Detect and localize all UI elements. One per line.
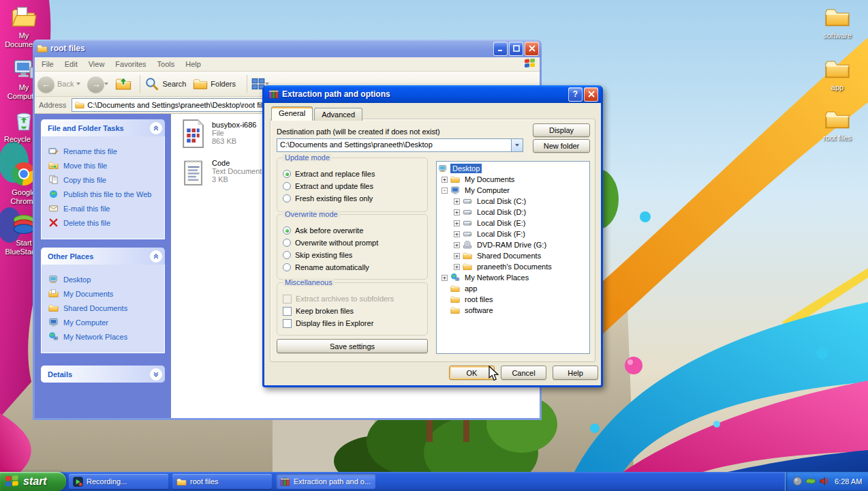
close-button[interactable] bbox=[584, 87, 598, 102]
tree-item-desktop[interactable]: Desktop bbox=[437, 163, 589, 174]
menu-file[interactable]: File bbox=[36, 58, 59, 70]
expand-icon[interactable]: + bbox=[454, 231, 460, 237]
cancel-button[interactable]: Cancel bbox=[501, 366, 546, 380]
tab-general[interactable]: General bbox=[271, 106, 313, 121]
expand-icon[interactable]: + bbox=[441, 275, 448, 281]
help-button[interactable]: Help bbox=[553, 366, 598, 380]
checkbox-display-in-explorer[interactable]: Display files in Explorer bbox=[283, 317, 423, 329]
expand-icon[interactable]: + bbox=[454, 220, 460, 226]
folder-icon bbox=[176, 477, 187, 487]
up-button[interactable] bbox=[115, 76, 131, 92]
menu-edit[interactable]: Edit bbox=[59, 58, 83, 70]
radio-icon bbox=[283, 251, 291, 259]
desktop-icon-root-files[interactable]: root files bbox=[815, 106, 860, 143]
start-button[interactable]: start bbox=[0, 472, 66, 491]
tree-item-local-disk-f[interactable]: + Local Disk (F:) bbox=[437, 228, 589, 239]
tree-item-dvd-ram-g[interactable]: + DVD-RAM Drive (G:) bbox=[437, 239, 589, 250]
expand-icon[interactable]: + bbox=[441, 177, 448, 183]
expand-icon[interactable]: + bbox=[454, 198, 460, 205]
chevron-down-icon[interactable] bbox=[150, 368, 162, 381]
place-my-network-places[interactable]: My Network Places bbox=[48, 331, 161, 342]
radio-skip-existing[interactable]: Skip existing files bbox=[283, 249, 423, 261]
tree-item-my-network-places[interactable]: + My Network Places bbox=[437, 272, 589, 283]
close-button[interactable] bbox=[525, 42, 539, 56]
tray-network-icon[interactable] bbox=[805, 477, 816, 487]
tree-item-local-disk-e[interactable]: + Local Disk (E:) bbox=[437, 218, 589, 228]
ok-button[interactable]: OK bbox=[449, 366, 495, 380]
expand-icon[interactable]: + bbox=[454, 264, 460, 270]
publish-web-icon bbox=[48, 189, 59, 199]
expand-icon[interactable]: + bbox=[454, 253, 460, 259]
destination-path-combo[interactable]: C:\Documents and Settings\praneeth\Deskt… bbox=[277, 138, 523, 152]
desktop-icon-app[interactable]: app bbox=[815, 56, 860, 92]
combo-dropdown-button[interactable] bbox=[511, 139, 523, 151]
expand-icon[interactable]: + bbox=[454, 209, 460, 215]
collapse-icon[interactable]: - bbox=[441, 188, 448, 194]
tree-item-shared-documents[interactable]: + Shared Documents bbox=[437, 250, 589, 261]
radio-ask-before-overwrite[interactable]: Ask before overwrite bbox=[283, 224, 423, 237]
save-settings-button[interactable]: Save settings bbox=[277, 339, 428, 353]
new-folder-button[interactable]: New folder bbox=[533, 139, 590, 153]
minimize-button[interactable] bbox=[493, 42, 508, 56]
chevron-up-icon[interactable] bbox=[150, 122, 162, 134]
expand-icon[interactable]: + bbox=[454, 242, 460, 248]
tree-item-my-computer[interactable]: - My Computer bbox=[437, 185, 589, 196]
menu-tools[interactable]: Tools bbox=[152, 58, 181, 70]
taskbar-item-extraction-dialog[interactable]: Extraction path and o... bbox=[276, 474, 375, 489]
place-my-documents[interactable]: My Documents bbox=[48, 288, 161, 299]
radio-overwrite-without-prompt[interactable]: Overwrite without prompt bbox=[283, 237, 423, 249]
miscellaneous-group: Miscellaneous Extract archives to subfol… bbox=[277, 282, 428, 336]
taskbar-item-root-files[interactable]: root files bbox=[172, 474, 272, 489]
dialog-titlebar[interactable]: Extraction path and options ? bbox=[264, 85, 601, 103]
display-button[interactable]: Display bbox=[533, 123, 590, 137]
task-copy-file[interactable]: Copy this file bbox=[48, 175, 161, 185]
tree-item-app[interactable]: app bbox=[437, 283, 589, 294]
radio-extract-replace[interactable]: Extract and replace files bbox=[283, 168, 423, 180]
explorer-menubar: File Edit View Favorites Tools Help bbox=[35, 57, 540, 72]
task-rename-file[interactable]: Rename this file bbox=[48, 146, 161, 156]
taskbar: start Recording... root files Extraction… bbox=[0, 472, 868, 491]
chevron-up-icon[interactable] bbox=[150, 250, 162, 263]
folders-button[interactable]: Folders bbox=[193, 76, 238, 91]
menu-favorites[interactable]: Favorites bbox=[110, 58, 151, 70]
place-desktop[interactable]: Desktop bbox=[48, 274, 161, 284]
tree-item-root-files[interactable]: root files bbox=[437, 294, 589, 305]
tree-item-software[interactable]: software bbox=[437, 305, 589, 316]
task-move-file[interactable]: Move this file bbox=[48, 160, 161, 170]
back-button[interactable]: ← Back bbox=[37, 76, 83, 93]
delete-icon bbox=[48, 218, 59, 228]
back-dropdown-caret bbox=[76, 83, 80, 85]
taskbar-item-recording[interactable]: Recording... bbox=[69, 474, 168, 489]
tray-update-icon[interactable] bbox=[792, 476, 803, 488]
radio-extract-update[interactable]: Extract and update files bbox=[283, 180, 423, 192]
help-titlebar-button[interactable]: ? bbox=[568, 87, 583, 102]
radio-fresh-existing[interactable]: Fresh existing files only bbox=[283, 192, 423, 205]
tree-item-local-disk-d[interactable]: + Local Disk (D:) bbox=[437, 207, 589, 218]
tree-item-local-disk-c[interactable]: + Local Disk (C:) bbox=[437, 196, 589, 207]
other-places-header[interactable]: Other Places bbox=[41, 248, 165, 265]
tray-volume-icon[interactable] bbox=[819, 476, 829, 488]
network-places-icon bbox=[450, 273, 460, 282]
checkbox-keep-broken[interactable]: Keep broken files bbox=[283, 305, 423, 317]
task-delete-file[interactable]: Delete this file bbox=[48, 218, 161, 228]
tree-item-my-documents[interactable]: + My Documents bbox=[437, 174, 589, 185]
drive-icon bbox=[463, 229, 472, 239]
maximize-button[interactable] bbox=[509, 42, 523, 56]
place-shared-documents[interactable]: Shared Documents bbox=[48, 303, 161, 313]
file-tasks-header[interactable]: File and Folder Tasks bbox=[41, 119, 165, 136]
details-header[interactable]: Details bbox=[41, 366, 165, 383]
menu-help[interactable]: Help bbox=[180, 58, 206, 70]
desktop-icon-software[interactable]: software bbox=[815, 4, 860, 40]
explorer-titlebar[interactable]: root files bbox=[33, 40, 542, 57]
task-publish-file[interactable]: Publish this file to the Web bbox=[48, 189, 161, 199]
search-button[interactable]: Search bbox=[144, 76, 189, 91]
forward-button[interactable]: → bbox=[87, 76, 111, 93]
radio-rename-automatically[interactable]: Rename automatically bbox=[283, 261, 423, 273]
task-email-file[interactable]: E-mail this file bbox=[48, 203, 161, 213]
folder-icon bbox=[450, 306, 460, 315]
place-my-computer[interactable]: My Computer bbox=[48, 317, 161, 327]
tab-advanced[interactable]: Advanced bbox=[314, 108, 362, 121]
tree-item-praneeth-documents[interactable]: + praneeth's Documents bbox=[437, 261, 589, 272]
my-documents-icon bbox=[450, 175, 460, 184]
menu-view[interactable]: View bbox=[83, 58, 110, 70]
